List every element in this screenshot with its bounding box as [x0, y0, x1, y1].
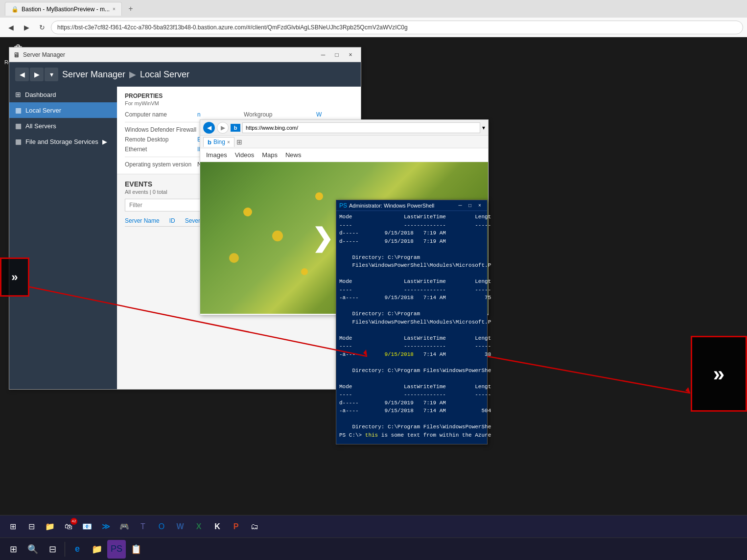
server-manager-icon: 🖥	[13, 51, 20, 59]
powerpoint-button[interactable]: P	[227, 518, 245, 536]
ps-line-16: ---- ------------- -----	[339, 342, 484, 350]
col-server-name[interactable]: Server Name	[125, 217, 160, 224]
desktop: 🗑 Recycle Bin 🖥 Server Manager ─ □ × ◀ ▶…	[0, 37, 747, 560]
store-badge-wrapper: 🛍 42	[60, 518, 77, 536]
browser-forward-button[interactable]: ▶	[20, 21, 33, 34]
left-chevron-icon: »	[11, 270, 18, 284]
prop-label-ethernet: Ethernet	[125, 146, 193, 153]
prop-label-os: Operating system version	[125, 161, 193, 168]
browser-address-bar[interactable]	[51, 21, 743, 34]
sidebar-item-label-local: Local Server	[25, 107, 61, 114]
tab-title: Bastion - MyBastionPreview - m...	[22, 6, 110, 13]
bing-toolbar-maps[interactable]: Maps	[262, 151, 278, 159]
bing-toolbar-images[interactable]: Images	[206, 151, 227, 159]
taskbar-upper: ⊞ ⊟ 📁 🛍 42 📧 ≫ 🎮 T O W X K P 🗂	[0, 515, 747, 537]
bing-back-button[interactable]: ◀	[203, 122, 215, 134]
prop-value-workgroup[interactable]: W	[316, 111, 322, 118]
svg-line-2	[488, 356, 690, 393]
ps-line-5: Directory: C:\Program	[339, 254, 484, 262]
svg-marker-3	[685, 387, 690, 393]
game-button[interactable]: 🎮	[116, 518, 133, 536]
ps-line-21: Mode LastWriteTime Lengt	[339, 383, 484, 391]
ps-line-6: Files\WindowsPowerShell\Modules\Microsof…	[339, 261, 484, 270]
excel-button[interactable]: X	[190, 518, 208, 536]
sm-header-separator: ▶	[129, 69, 136, 80]
close-button[interactable]: ×	[344, 50, 357, 60]
browser-back-button[interactable]: ◀	[4, 21, 18, 34]
ps-controls: ─ □ ×	[456, 202, 484, 209]
task-view-button[interactable]: ⊟	[43, 540, 62, 559]
tab-close-btn[interactable]: ×	[113, 6, 116, 12]
ps-line-8: Mode LastWriteTime Lengt	[339, 278, 484, 286]
browser-tab-active[interactable]: 🔒 Bastion - MyBastionPreview - m... ×	[5, 2, 122, 16]
start-button-2[interactable]: ⊞	[4, 518, 22, 536]
ps-line-20	[339, 374, 484, 383]
prop-label-firewall: Windows Defender Firewall	[125, 126, 196, 133]
ps-content: Mode LastWriteTime Lengt ---- ----------…	[336, 211, 487, 441]
bing-toolbar-videos[interactable]: Videos	[235, 151, 255, 159]
powershell-taskbar-button[interactable]: PS	[107, 540, 126, 559]
sm-header-title: Server Manager	[62, 70, 125, 80]
mail-button[interactable]: 📧	[78, 518, 96, 536]
file-storage-expand: ▶	[102, 138, 107, 145]
browser-refresh-button[interactable]: ↻	[35, 21, 49, 34]
ps-line-17: -a---- 9/15/2018 7:14 AM 38	[339, 350, 484, 359]
properties-header: PROPERTIES	[125, 93, 353, 99]
bing-favicon-box: b	[231, 124, 240, 132]
new-tab-button[interactable]: +	[124, 2, 138, 16]
vscode-button[interactable]: ≫	[97, 518, 115, 536]
prop-workgroup: Workgroup W	[244, 111, 353, 118]
ps-maximize-button[interactable]: □	[466, 202, 474, 209]
ps-line-15: Mode LastWriteTime Lengt	[339, 334, 484, 343]
sidebar-item-dashboard[interactable]: ⊞ Dashboard	[9, 87, 117, 102]
teams-button[interactable]: T	[134, 518, 152, 536]
sidebar-item-label-all: All Servers	[25, 122, 56, 130]
bing-new-tab-button[interactable]: ⊞	[236, 138, 242, 146]
outlook-button[interactable]: O	[153, 518, 170, 536]
prop-value-computer[interactable]: n	[197, 111, 201, 118]
bing-tab-close-button[interactable]: ×	[227, 140, 230, 145]
browser-chrome: 🔒 Bastion - MyBastionPreview - m... × + …	[0, 0, 747, 38]
bing-address-bar[interactable]	[242, 122, 480, 133]
bing-address-dropdown[interactable]: ▾	[482, 124, 485, 131]
ps-titlebar: PS Administrator: Windows PowerShell ─ □…	[336, 200, 487, 211]
bing-toolbar-news[interactable]: News	[285, 151, 302, 159]
ps-line-12: Directory: C:\Program	[339, 310, 484, 318]
sidebar-item-file-storage[interactable]: ▦ File and Storage Services ▶	[9, 134, 117, 149]
bing-tab[interactable]: b Bing ×	[203, 137, 234, 147]
ps-minimize-button[interactable]: ─	[456, 202, 465, 209]
browser-nav-bar: ◀ ▶ ↻	[0, 18, 747, 37]
task-view-2[interactable]: ⊟	[23, 518, 40, 536]
sm-back-button[interactable]: ◀	[15, 68, 29, 81]
sm-forward-button[interactable]: ▶	[30, 68, 44, 81]
files2-button[interactable]: 🗂	[246, 518, 263, 536]
bing-favicon-letter: b	[234, 125, 237, 131]
ps-this-keyword: this	[365, 432, 378, 438]
properties-grid: Computer name n Workgroup W	[125, 111, 353, 118]
taskbar-primary: ⊞ 🔍 ⊟ e 📁 PS 📋	[0, 537, 747, 560]
tab-favicon: 🔒	[11, 6, 19, 13]
ps-line-19: Directory: C:\Program Files\WindowsPower…	[339, 367, 484, 375]
col-id[interactable]: ID	[169, 217, 175, 224]
ps-line-3: d----- 9/15/2018 7:19 AM	[339, 237, 484, 246]
prop-label-computer: Computer name	[125, 111, 193, 118]
sm-dropdown-button[interactable]: ▾	[45, 68, 58, 81]
word-button[interactable]: W	[171, 518, 189, 536]
ps-line-0: Mode LastWriteTime Lengt	[339, 213, 484, 221]
server-manager-titlebar: 🖥 Server Manager ─ □ ×	[9, 47, 361, 62]
ps-close-button[interactable]: ×	[475, 202, 484, 209]
maximize-button[interactable]: □	[330, 50, 343, 60]
right-indicator-box: »	[691, 336, 747, 412]
file-explorer-button[interactable]: 📁	[88, 540, 106, 559]
minimize-button[interactable]: ─	[317, 50, 329, 60]
kapp-button[interactable]: K	[209, 518, 226, 536]
clipboard-button[interactable]: 📋	[127, 540, 145, 559]
sidebar-item-local-server[interactable]: ▦ Local Server	[9, 102, 117, 118]
edge-button[interactable]: e	[68, 540, 87, 559]
sidebar-item-all-servers[interactable]: ▦ All Servers	[9, 118, 117, 134]
bing-forward-button[interactable]: ▶	[217, 122, 229, 134]
start-button[interactable]: ⊞	[4, 540, 23, 559]
ps-line-13: Files\WindowsPowerShell\Modules\Microsof…	[339, 318, 484, 327]
search-button[interactable]: 🔍	[23, 540, 42, 559]
file-explorer-2[interactable]: 📁	[41, 518, 59, 536]
